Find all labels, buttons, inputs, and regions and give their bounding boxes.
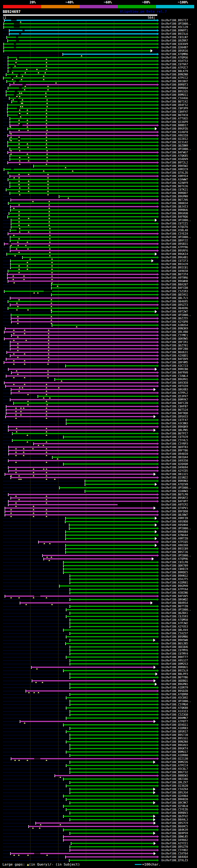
subject-label[interactable]: UniRef100_O23620 — [161, 784, 188, 787]
hsp-bar[interactable] — [70, 663, 157, 664]
hsp-bar[interactable] — [8, 142, 157, 143]
alignment-row[interactable]: UniRef100_Q9C9K7 — [0, 801, 197, 805]
subject-label[interactable]: UniRef100_Q1SN22 — [161, 476, 188, 479]
alignment-row[interactable]: UniRef100_Q8GWQ2 — [0, 598, 197, 601]
hsp-bar[interactable] — [70, 613, 157, 614]
alignment-row[interactable]: UniRef100_B4FCZ0 — [0, 402, 197, 405]
subject-label[interactable]: UniRef100_B9H5W2 — [161, 164, 188, 167]
alignment-row[interactable]: UniRef100_Q4V3E0 — [0, 381, 197, 384]
alignment-row[interactable]: UniRef100_Q9SH33 — [0, 415, 197, 418]
hsp-bar[interactable] — [8, 152, 157, 153]
hsp-bar[interactable] — [66, 538, 155, 539]
hsp-bar[interactable] — [8, 430, 154, 431]
alignment-row[interactable]: UniRef100_Q6DBQ1 — [0, 679, 197, 683]
hsp-bar[interactable] — [63, 805, 157, 807]
subject-label[interactable]: UniRef100_Q9SZ70 — [161, 845, 188, 848]
subject-label[interactable]: UniRef100_B9I4J9 — [161, 262, 188, 266]
hsp-bar[interactable] — [10, 348, 157, 349]
hsp-bar[interactable] — [66, 785, 157, 786]
subject-label[interactable]: UniRef100_B9I5L9 — [161, 669, 188, 672]
subject-label[interactable]: UniRef100_B4FHP7 — [161, 500, 188, 503]
subject-label[interactable]: UniRef100_C6T9A7 — [161, 63, 188, 66]
alignment-row[interactable]: UniRef100_B9RDQ4 — [0, 87, 197, 90]
subject-label[interactable]: UniRef100_O49350 — [161, 459, 188, 462]
subject-label[interactable]: UniRef100_B4FCD8 — [161, 286, 188, 289]
hsp-bar[interactable] — [70, 626, 157, 627]
hsp-bar[interactable] — [70, 694, 157, 695]
subject-label[interactable]: UniRef100_A5AJT5 — [161, 578, 188, 581]
alignment-row[interactable]: UniRef100_B9RBV3 — [0, 811, 197, 815]
alignment-row[interactable]: UniRef100_Q9SZ70 — [0, 845, 197, 848]
alignment-row[interactable]: UniRef100_A7PZC7 — [0, 66, 197, 70]
hsp-bar[interactable] — [11, 199, 157, 200]
subject-label[interactable]: UniRef100_C0ILN7 — [161, 36, 188, 39]
hsp-bar[interactable] — [8, 70, 157, 72]
hsp-bar[interactable] — [8, 67, 157, 68]
hsp-bar[interactable] — [34, 165, 157, 166]
alignment-row[interactable]: UniRef100_A7QK88 — [0, 706, 197, 710]
alignment-row[interactable]: UniRef100_Q8LPN5 — [0, 429, 197, 432]
hsp-bar[interactable] — [3, 77, 157, 79]
hsp-bar[interactable] — [70, 762, 153, 763]
subject-label[interactable]: UniRef100_B9GPN9 — [161, 195, 188, 198]
hsp-bar[interactable] — [5, 514, 157, 516]
subject-label[interactable]: UniRef100_A9U3I0 — [161, 134, 188, 137]
subject-label[interactable]: UniRef100_A2YQP8 — [161, 320, 188, 323]
alignment-row[interactable]: UniRef100_Q6K709 — [0, 564, 197, 567]
subject-label[interactable]: UniRef100_A7PCC2 — [161, 76, 188, 80]
subject-label[interactable]: UniRef100_Q69T83 — [161, 445, 188, 448]
hsp-bar[interactable] — [10, 118, 157, 119]
alignment-row[interactable]: UniRef100_Q7XLZ3 — [0, 859, 197, 862]
hsp-bar[interactable] — [8, 64, 157, 65]
hsp-bar[interactable] — [66, 799, 157, 800]
alignment-row[interactable]: UniRef100_B6SJB5 — [0, 642, 197, 645]
subject-label[interactable]: UniRef100_B6UHC5 — [161, 825, 188, 828]
subject-label[interactable]: UniRef100_B9RDD7 — [161, 191, 188, 195]
hsp-bar[interactable] — [10, 155, 157, 156]
subject-label[interactable]: UniRef100_Q336P9 — [161, 120, 188, 123]
hsp-bar[interactable] — [4, 243, 157, 245]
alignment-row[interactable]: UniRef100_C6TIZ1 — [0, 222, 197, 225]
hsp-bar[interactable] — [10, 138, 157, 140]
hsp-bar[interactable] — [11, 392, 157, 394]
subject-label[interactable]: UniRef100_B6TTZ0 — [161, 605, 188, 608]
alignment-row[interactable]: UniRef100_UPI000.. — [0, 313, 197, 317]
hsp-bar[interactable] — [6, 406, 157, 407]
hsp-bar[interactable] — [34, 443, 157, 444]
alignment-row[interactable]: UniRef100_A3C8N3 — [0, 422, 197, 425]
alignment-row[interactable]: UniRef100_B8LK79 — [0, 70, 197, 73]
alignment-row[interactable]: UniRef100_B9I5L6 — [0, 32, 197, 36]
alignment-row[interactable]: UniRef100_UPI000.. — [0, 22, 197, 26]
alignment-row[interactable]: UniRef100_C5YEZ6 — [0, 808, 197, 811]
alignment-row[interactable]: UniRef100_Q0J8W7 — [0, 513, 197, 517]
hsp-bar[interactable] — [7, 37, 157, 38]
subject-label[interactable]: UniRef100_A9RIC9 — [161, 168, 188, 171]
subject-label[interactable]: UniRef100_B9SM86 — [161, 635, 188, 638]
subject-label[interactable]: UniRef100_C5XZ37 — [161, 632, 188, 635]
subject-label[interactable]: UniRef100_C0HEC9 — [161, 567, 188, 570]
hsp-bar[interactable] — [70, 582, 157, 583]
hsp-bar[interactable] — [63, 778, 157, 780]
alignment-row[interactable]: UniRef100_B9GVU3 — [0, 744, 197, 747]
hsp-bar[interactable] — [66, 765, 157, 766]
alignment-row[interactable]: UniRef100_B9S7I7 — [0, 19, 197, 22]
hsp-bar[interactable] — [70, 802, 153, 803]
subject-label[interactable]: UniRef100_Q0J4I3 — [161, 205, 188, 208]
alignment-row[interactable]: UniRef100_Q304B7 — [0, 46, 197, 49]
subject-label[interactable]: UniRef100_C5Z3G0 — [161, 713, 188, 716]
alignment-row[interactable]: UniRef100_B9SRF6 — [0, 249, 197, 252]
hsp-bar[interactable] — [70, 592, 157, 593]
alignment-row[interactable]: UniRef100_B9IC09 — [0, 547, 197, 551]
alignment-row[interactable]: UniRef100_B9HQK9 — [0, 425, 197, 429]
alignment-row[interactable]: UniRef100_B9S1G5 — [0, 90, 197, 93]
hsp-bar[interactable] — [66, 420, 157, 421]
hsp-bar[interactable] — [66, 809, 157, 810]
alignment-row[interactable]: UniRef100_C5YRP3 — [0, 442, 197, 445]
alignment-row[interactable]: UniRef100_Q5VQ11 — [0, 723, 197, 727]
subject-label[interactable]: UniRef100_A5BL48 — [161, 229, 188, 232]
alignment-row[interactable]: UniRef100_B9MU17 — [0, 750, 197, 754]
alignment-row[interactable]: UniRef100_A2YCE1 — [0, 842, 197, 845]
alignment-row[interactable]: UniRef100_C6TF47 — [0, 418, 197, 422]
alignment-row[interactable]: UniRef100_A7QMS0 — [0, 618, 197, 622]
alignment-row[interactable]: UniRef100_A5C092 — [0, 696, 197, 700]
